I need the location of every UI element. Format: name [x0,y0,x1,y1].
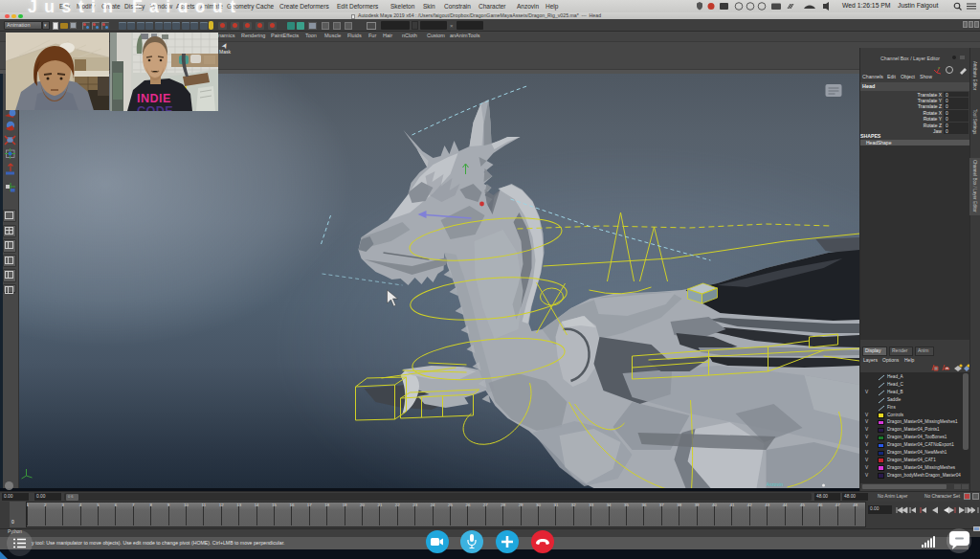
svg-text:CODE: CODE [137,104,173,111]
svg-text:INDIE: INDIE [137,92,171,105]
svg-text:Anzovin: Anzovin [766,481,783,487]
